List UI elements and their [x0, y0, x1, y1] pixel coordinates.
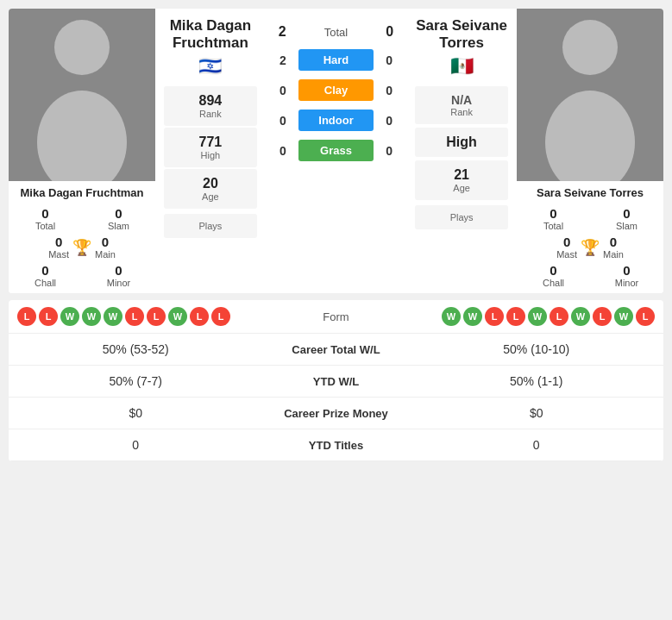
left-stats-grid: 0 Total 0 Slam — [13, 206, 151, 231]
ytd-wl-row: 50% (7-7) YTD W/L 50% (1-1) — [9, 366, 663, 398]
form-badge-l: L — [211, 307, 230, 326]
indoor-left-num: 0 — [274, 114, 292, 128]
right-high-box: High — [415, 128, 508, 157]
left-total-stat: 0 Total — [13, 206, 78, 231]
right-age-value: 21 — [424, 167, 499, 183]
left-plays-box: Plays — [164, 214, 257, 238]
form-badge-l: L — [147, 307, 166, 326]
right-slam-label: Slam — [616, 221, 637, 231]
total-label: Total — [324, 26, 348, 39]
right-player-photo — [517, 9, 663, 181]
left-player-name: Mika Dagan Fruchtman — [13, 186, 151, 199]
grass-row: 0 Grass 0 — [274, 137, 398, 164]
main-container: Mika Dagan Fruchtman 0 Total 0 Slam 0 Ma… — [0, 0, 672, 470]
top-section: Mika Dagan Fruchtman 0 Total 0 Slam 0 Ma… — [9, 9, 663, 293]
left-total-value: 0 — [41, 206, 48, 221]
left-stat-boxes: 894 Rank 771 High 20 Age Plays — [155, 79, 266, 293]
left-age-box: 20 Age — [164, 169, 257, 209]
left-silhouette-icon — [26, 9, 138, 181]
form-badge-l: L — [190, 307, 209, 326]
left-rank-label: Rank — [173, 109, 248, 119]
left-minor-stat: 0 Minor — [86, 263, 151, 288]
form-badge-w: W — [442, 307, 461, 326]
form-badge-w: W — [614, 307, 633, 326]
left-main-stat: 0 Main — [95, 235, 116, 260]
form-label: Form — [285, 310, 388, 323]
right-plays-box: Plays — [415, 205, 508, 229]
form-badge-l: L — [550, 307, 568, 326]
right-age-box: 21 Age — [415, 160, 508, 200]
svg-point-3 — [545, 91, 635, 181]
indoor-btn: Indoor — [298, 110, 374, 131]
right-rank-label: Rank — [424, 107, 499, 117]
svg-point-0 — [54, 20, 110, 75]
clay-left-num: 0 — [274, 84, 292, 97]
right-middle-stats: Sara Seivane Torres 🇲🇽 N/A Rank High 21 … — [406, 9, 517, 293]
right-player-wrapper: Sara Seivane Torres 0 Total 0 Slam 0 Mas… — [517, 9, 663, 293]
left-bottom-stats-grid: 0 Chall 0 Minor — [13, 263, 151, 288]
left-mast-label: Mast — [48, 249, 69, 260]
right-slam-stat: 0 Slam — [594, 206, 659, 231]
clay-btn: Clay — [298, 79, 374, 101]
left-minor-label: Minor — [107, 278, 131, 288]
right-trophy-icon: 🏆 — [581, 238, 600, 257]
left-slam-stat: 0 Slam — [86, 206, 151, 231]
clay-right-num: 0 — [380, 84, 398, 97]
svg-point-2 — [562, 20, 618, 75]
hard-right-num: 0 — [380, 53, 398, 67]
right-slam-value: 0 — [623, 206, 630, 221]
form-badge-w: W — [528, 307, 547, 326]
right-total-value: 0 — [550, 206, 556, 221]
right-main-value: 0 — [610, 235, 617, 249]
right-bottom-stats-grid: 0 Chall 0 Minor — [521, 263, 659, 288]
grass-left-num: 0 — [274, 144, 292, 158]
form-badge-w: W — [60, 307, 79, 326]
right-silhouette-icon — [534, 9, 646, 181]
right-total-label: Total — [543, 221, 563, 231]
right-stat-boxes: N/A Rank High 21 Age Plays — [406, 79, 517, 293]
left-total-label: Total — [35, 221, 55, 231]
ytd-wl-left: 50% (7-7) — [22, 374, 250, 388]
right-age-label: Age — [424, 183, 499, 193]
form-badge-l: L — [39, 307, 58, 326]
career-wl-label: Career Total W/L — [250, 343, 423, 356]
right-header-name-area: Sara Seivane Torres 🇲🇽 — [406, 9, 517, 79]
left-flag: 🇮🇱 — [160, 55, 261, 78]
left-header-name: Mika Dagan Fruchtman — [160, 17, 261, 52]
indoor-row: 0 Indoor 0 — [274, 107, 398, 134]
right-main-label: Main — [603, 249, 624, 260]
form-badge-l: L — [636, 307, 655, 326]
left-slam-label: Slam — [108, 221, 129, 231]
form-badge-l: L — [125, 307, 144, 326]
left-trophy-row: 0 Mast 🏆 0 Main — [13, 235, 151, 260]
career-wl-right: 50% (10-10) — [423, 342, 651, 356]
form-badge-w: W — [571, 307, 590, 326]
right-trophy-row: 0 Mast 🏆 0 Main — [521, 235, 659, 260]
left-player-stats: Mika Dagan Fruchtman 0 Total 0 Slam 0 Ma… — [9, 181, 155, 293]
left-high-box: 771 High — [164, 128, 257, 167]
left-chall-value: 0 — [41, 263, 48, 278]
form-badge-l: L — [17, 307, 36, 326]
career-wl-row: 50% (53-52) Career Total W/L 50% (10-10) — [9, 334, 663, 366]
titles-left: 0 — [22, 438, 250, 452]
grass-right-num: 0 — [380, 144, 398, 158]
right-high-value: High — [424, 135, 499, 150]
bottom-section: LLWWWLLWLL Form WWLLWLWLWL 50% (53-52) C… — [9, 300, 663, 461]
titles-label: YTD Titles — [250, 439, 423, 452]
titles-right: 0 — [423, 438, 651, 452]
right-stats-grid: 0 Total 0 Slam — [521, 206, 659, 231]
right-total-stat: 0 Total — [521, 206, 586, 231]
hard-row: 2 Hard 0 — [274, 47, 398, 73]
form-badge-l: L — [593, 307, 612, 326]
right-chall-stat: 0 Chall — [521, 263, 586, 288]
left-mast-value: 0 — [55, 235, 62, 249]
right-rank-box: N/A Rank — [415, 86, 508, 124]
right-rank-value: N/A — [424, 93, 499, 107]
left-age-label: Age — [173, 191, 248, 202]
left-slam-value: 0 — [115, 206, 122, 221]
prize-row: $0 Career Prize Money $0 — [9, 398, 663, 429]
left-middle-stats: Mika Dagan Fruchtman 🇮🇱 894 Rank 771 Hig… — [155, 9, 266, 293]
right-minor-value: 0 — [623, 263, 630, 278]
form-badge-l: L — [506, 307, 525, 326]
left-header-name-area: Mika Dagan Fruchtman 🇮🇱 — [155, 9, 266, 79]
